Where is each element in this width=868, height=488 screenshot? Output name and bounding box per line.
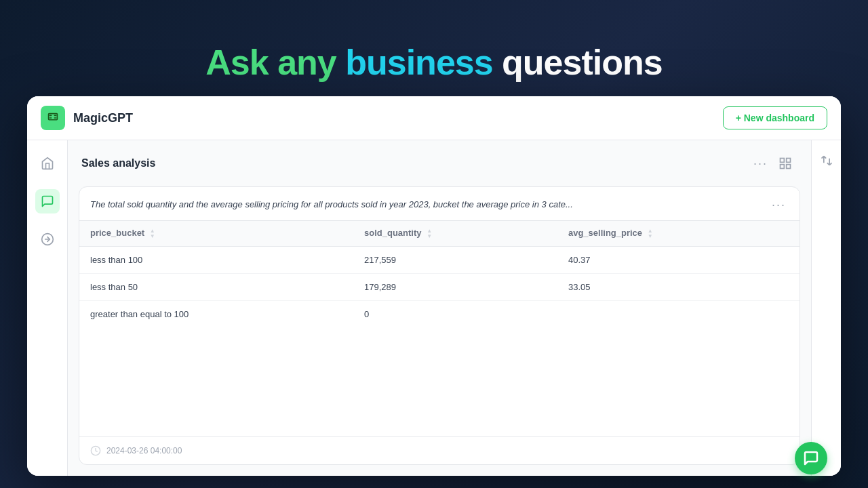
sidebar [27,140,68,476]
query-three-dots[interactable]: ··· [769,198,789,212]
app-header: MagicGPT + New dashboard [27,96,841,140]
section-header: Sales analysis ··· [68,140,811,186]
section-title: Sales analysis [81,157,155,169]
cell-avg-price-1: 33.05 [557,273,800,300]
swap-icon[interactable] [814,148,839,173]
hero-ask: Ask [205,43,268,82]
cell-price-bucket-1: less than 50 [79,273,353,300]
sort-icon-price-bucket: ▲▼ [150,228,155,239]
right-icons-panel [811,140,841,476]
hero-any: any [269,43,346,82]
hero-questions: questions [493,43,663,82]
app-window: MagicGPT + New dashboard [27,96,841,476]
col-sold-quantity-label: sold_quantity [364,228,422,238]
new-dashboard-button[interactable]: + New dashboard [723,106,827,129]
content-area: Sales analysis ··· The total sold quanti [68,140,811,476]
timestamp: 2024-03-26 04:00:00 [106,446,182,455]
cell-avg-price-0: 40.37 [557,246,800,273]
query-text: The total sold quantity and the average … [90,198,764,211]
cell-sold-quantity-2: 0 [353,300,557,327]
sidebar-item-arrow[interactable] [35,227,60,251]
data-table: price_bucket ▲▼ sold_quantity ▲▼ avg_sel… [79,221,800,327]
sidebar-item-chat[interactable] [35,189,60,214]
cell-avg-price-2 [557,300,800,327]
cell-sold-quantity-0: 217,559 [353,246,557,273]
fab-button[interactable] [795,442,827,474]
logo-icon [41,106,65,130]
table-row: greater than equal to 100 0 [79,300,800,327]
app-name: MagicGPT [73,111,133,125]
svg-rect-2 [781,159,785,163]
cell-price-bucket-2: greater than equal to 100 [79,300,353,327]
grid-view-icon[interactable] [773,151,797,176]
col-price-bucket-label: price_bucket [90,228,144,238]
query-footer: 2024-03-26 04:00:00 [79,436,800,464]
table-header-row: price_bucket ▲▼ sold_quantity ▲▼ avg_sel… [79,221,800,246]
sort-icon-sold-quantity: ▲▼ [427,228,432,239]
col-avg-selling-price-label: avg_selling_price [568,228,642,238]
hero-title: Ask any business questions [205,42,662,83]
hero-business: business [345,43,492,82]
table-wrapper[interactable]: price_bucket ▲▼ sold_quantity ▲▼ avg_sel… [79,221,800,436]
cell-price-bucket-0: less than 100 [79,246,353,273]
table-row: less than 50 179,289 33.05 [79,273,800,300]
section-three-dots[interactable]: ··· [748,154,773,174]
svg-rect-3 [787,159,791,163]
clock-icon [90,445,101,456]
svg-rect-4 [781,165,785,169]
svg-rect-5 [787,165,791,169]
app-body: Sales analysis ··· The total sold quanti [27,140,841,476]
query-card: The total sold quantity and the average … [79,186,800,465]
col-avg-selling-price[interactable]: avg_selling_price ▲▼ [557,221,800,246]
hero-section: Ask any business questions [205,20,662,83]
col-sold-quantity[interactable]: sold_quantity ▲▼ [353,221,557,246]
sort-icon-avg-selling-price: ▲▼ [648,228,653,239]
query-header: The total sold quantity and the average … [79,187,800,221]
table-row: less than 100 217,559 40.37 [79,246,800,273]
sidebar-item-home[interactable] [35,151,60,176]
col-price-bucket[interactable]: price_bucket ▲▼ [79,221,353,246]
cell-sold-quantity-1: 179,289 [353,273,557,300]
